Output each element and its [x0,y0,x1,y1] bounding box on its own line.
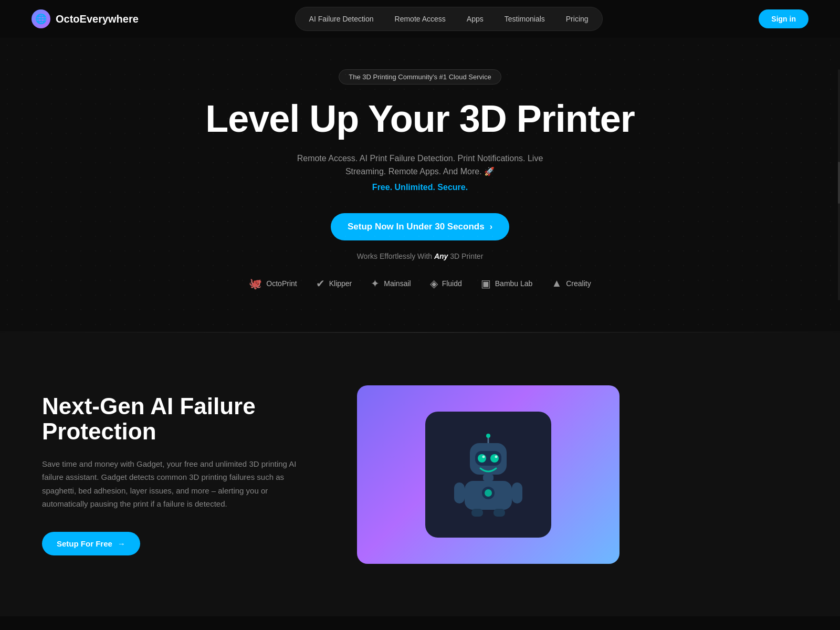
hero-compatibility: Works Effortlessly With Any 3D Printer [10,252,830,260]
svg-rect-14 [471,509,483,517]
robot-card [425,412,551,538]
hero-badge: The 3D Printing Community's #1 Cloud Ser… [339,69,501,85]
feature-text: Next-Gen AI Failure Protection Save time… [42,394,315,555]
hero-tagline: Free. Unlimited. Secure. [10,183,830,192]
nav-item-ai-failure[interactable]: AI Failure Detection [300,10,383,27]
brand-mainsail-label: Mainsail [384,279,411,288]
nav-links: AI Failure Detection Remote Access Apps … [295,7,603,31]
svg-point-7 [486,434,490,438]
hero-subtitle: Remote Access. AI Print Failure Detectio… [294,152,546,178]
bambu-icon: ▣ [481,277,491,290]
svg-point-3 [490,454,499,463]
svg-rect-13 [512,482,522,503]
fluidd-icon: ◈ [430,277,438,290]
svg-point-4 [482,455,485,458]
klipper-icon: ✔ [316,277,325,290]
svg-rect-15 [494,509,505,517]
hero-section: The 3D Printing Community's #1 Cloud Ser… [0,38,840,332]
brand-bambu-label: Bambu Lab [495,279,533,288]
hero-cta-button[interactable]: Setup Now In Under 30 Seconds › [331,213,509,240]
brand-fluidd-label: Fluidd [442,279,462,288]
svg-point-5 [495,455,498,458]
svg-point-11 [485,489,492,497]
svg-rect-8 [483,475,494,481]
brand-name: OctoEverywhere [56,13,139,25]
navbar: 🌐 OctoEverywhere AI Failure Detection Re… [0,0,840,38]
brand-fluidd: ◈ Fluidd [430,277,462,290]
svg-point-2 [478,454,486,463]
brand-octoprint-label: OctoPrint [266,279,297,288]
feature-cta-button[interactable]: Setup For Free → [42,532,140,555]
feature-cta-label: Setup For Free [57,539,112,548]
creality-icon: ▲ [551,277,562,289]
hero-cta-arrow: › [490,222,492,232]
brand-klipper-label: Klipper [329,279,352,288]
mainsail-icon: ✦ [371,277,380,290]
hero-cta-label: Setup Now In Under 30 Seconds [348,222,485,232]
brand-logo[interactable]: 🌐 OctoEverywhere [32,9,139,28]
brand-klipper: ✔ Klipper [316,277,352,290]
feature-cta-arrow: → [118,539,125,548]
logo-icon: 🌐 [32,9,50,28]
hero-brands-list: 🐙 OctoPrint ✔ Klipper ✦ Mainsail ◈ Fluid… [10,277,830,290]
feature-illustration [357,385,620,564]
hero-title: Level Up Your 3D Printer [10,99,830,139]
feature-title: Next-Gen AI Failure Protection [42,394,315,445]
nav-item-apps[interactable]: Apps [457,10,493,27]
nav-item-pricing[interactable]: Pricing [556,10,598,27]
brand-octoprint: 🐙 OctoPrint [249,277,297,290]
brand-mainsail: ✦ Mainsail [371,277,411,290]
brand-bambu: ▣ Bambu Lab [481,277,533,290]
octoprint-icon: 🐙 [249,277,262,290]
nav-item-remote-access[interactable]: Remote Access [385,10,455,27]
svg-rect-12 [454,482,465,503]
robot-illustration [452,433,525,517]
signin-button[interactable]: Sign in [759,9,808,28]
feature-description: Save time and money with Gadget, your fr… [42,457,315,511]
brand-creality-label: Creality [566,279,591,288]
nav-item-testimonials[interactable]: Testimonials [495,10,554,27]
scroll-thumb [838,162,840,204]
brand-creality: ▲ Creality [551,277,591,289]
feature-section: Next-Gen AI Failure Protection Save time… [0,333,840,616]
scroll-track [838,69,840,300]
